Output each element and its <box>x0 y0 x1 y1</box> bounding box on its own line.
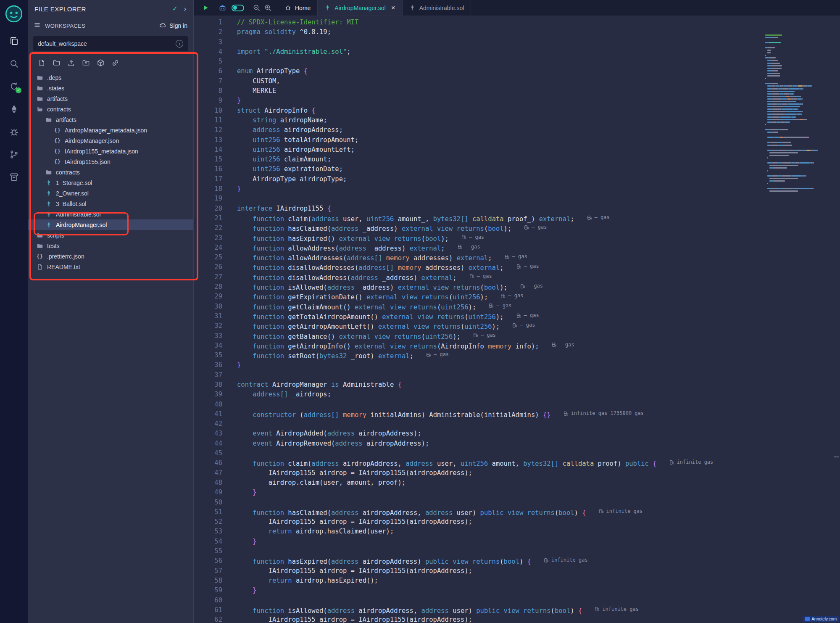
code-line[interactable]: 18} <box>194 184 840 194</box>
remix-logo[interactable] <box>4 4 24 24</box>
publish-ipfs-icon[interactable] <box>97 59 105 67</box>
code-line[interactable]: 20interface IAirdrop1155 { <box>194 204 840 214</box>
code-line[interactable]: 8 MERKLE <box>194 86 840 96</box>
close-tab-icon[interactable]: × <box>391 4 395 11</box>
workspace-options-icon[interactable]: + <box>176 40 183 48</box>
code-line[interactable]: 10struct AirdropInfo { <box>194 106 840 116</box>
code-line[interactable]: 21 function claim(address user, uint256 … <box>194 214 840 223</box>
search-icon[interactable] <box>0 52 28 75</box>
code-line[interactable]: 45 <box>194 449 840 458</box>
code-line[interactable]: 49 } <box>194 488 840 497</box>
sign-in-button[interactable]: Sign in <box>159 21 187 30</box>
code-line[interactable]: 14 uint256 airdropAmountLeft; <box>194 145 840 155</box>
plugin-manager-icon[interactable] <box>0 166 28 188</box>
run-script-button[interactable] <box>202 4 209 11</box>
code-line[interactable]: 28 function isAllowed(address _address) … <box>194 282 840 292</box>
tree-item-airdropmanager-json[interactable]: {}AirdropManager.json <box>28 135 193 146</box>
code-line[interactable]: 34 function getAirdropInfo() external vi… <box>194 341 840 351</box>
code-line[interactable]: 59 } <box>194 586 840 595</box>
code-line[interactable]: 50 <box>194 498 840 507</box>
file-explorer-icon[interactable] <box>0 29 28 52</box>
code-line[interactable]: 7 CUSTOM, <box>194 77 840 86</box>
code-line[interactable]: 1// SPDX-License-Identifier: MIT <box>194 18 840 27</box>
code-line[interactable]: 33 function getBalance() external view r… <box>194 331 840 341</box>
code-line[interactable]: 36} <box>194 360 840 370</box>
code-line[interactable]: 12 address airdropAddress; <box>194 125 840 135</box>
code-line[interactable]: 11 string airdropName; <box>194 116 840 125</box>
tab-home[interactable]: Home <box>278 0 318 16</box>
tree-item-3-ballot-sol[interactable]: 3_Ballot.sol <box>28 198 193 209</box>
git-icon[interactable] <box>0 143 28 166</box>
create-file-icon[interactable] <box>38 59 46 67</box>
code-line[interactable]: 15 uint256 claimAmount; <box>194 155 840 164</box>
code-line[interactable]: 29 function getExpirationDate() external… <box>194 292 840 301</box>
code-line[interactable]: 13 uint256 totalAirdropAmount; <box>194 135 840 145</box>
tree-item-2-owner-sol[interactable]: 2_Owner.sol <box>28 188 193 198</box>
code-line[interactable]: 37 <box>194 370 840 380</box>
tree-item-tests[interactable]: tests <box>28 240 193 251</box>
code-line[interactable]: 51 function hasClaimed(address airdropAd… <box>194 507 840 517</box>
code-line[interactable]: 3 <box>194 37 840 47</box>
tree-item-iairdrop1155-metadata-json[interactable]: {}IAirdrop1155_metadata.json <box>28 146 193 156</box>
tree-item-scripts[interactable]: scripts <box>28 230 193 240</box>
tree-item--states[interactable]: .states <box>28 83 193 93</box>
tree-item-contracts[interactable]: contracts <box>28 104 193 114</box>
code-line[interactable]: 6enum AirdropType { <box>194 66 840 76</box>
tree-item-administrable-sol[interactable]: Administrable.sol <box>28 209 193 219</box>
code-line[interactable]: 25 function allowAddresses(address[] mem… <box>194 253 840 262</box>
code-line[interactable]: 17 AirdropType airdropType; <box>194 174 840 184</box>
solidity-compiler-icon[interactable]: ✓ <box>0 75 28 98</box>
tree-item-artifacts[interactable]: artifacts <box>28 114 193 125</box>
code-line[interactable]: 52 IAirdrop1155 airdrop = IAirdrop1155(a… <box>194 517 840 527</box>
debugger-icon[interactable] <box>0 120 28 143</box>
code-line[interactable]: 2pragma solidity ^0.8.19; <box>194 27 840 37</box>
upload-folder-icon[interactable] <box>82 59 90 67</box>
publish-gist-icon[interactable] <box>111 59 120 67</box>
ai-assistant-icon[interactable] <box>219 4 226 12</box>
code-line[interactable]: 9} <box>194 96 840 106</box>
tree-item-iairdrop1155-json[interactable]: {}IAirdrop1155.json <box>28 156 193 167</box>
tab-airdropmanager-sol[interactable]: AirdropManager.sol× <box>317 0 402 16</box>
code-line[interactable]: 4import "./Administrable.sol"; <box>194 47 840 57</box>
tree-item-readme-txt[interactable]: README.txt <box>28 261 193 272</box>
code-line[interactable]: 23 function hasExpired() external view r… <box>194 233 840 243</box>
code-line[interactable]: 47 IAirdrop1155 airdrop = IAirdrop1155(a… <box>194 468 840 478</box>
tree-item--deps[interactable]: .deps <box>28 72 193 83</box>
code-line[interactable]: 40 <box>194 400 840 409</box>
zoom-out-icon[interactable] <box>253 4 261 12</box>
code-line[interactable]: 56 function hasExpired(address airdropAd… <box>194 556 840 566</box>
copilot-toggle[interactable] <box>232 5 244 11</box>
code-line[interactable]: 19 <box>194 194 840 203</box>
code-line[interactable]: 35 function setRoot(bytes32 _root) exter… <box>194 351 840 360</box>
code-line[interactable]: 5 <box>194 57 840 66</box>
create-folder-icon[interactable] <box>53 59 61 67</box>
code-line[interactable]: 42 <box>194 419 840 429</box>
code-line[interactable]: 61 function isAllowed(address airdropAdd… <box>194 605 840 615</box>
code-editor[interactable]: 1// SPDX-License-Identifier: MIT2pragma … <box>194 16 840 623</box>
code-line[interactable]: 43 event AirdropAdded(address airdropAdd… <box>194 429 840 438</box>
code-line[interactable]: 57 IAirdrop1155 airdrop = IAirdrop1155(a… <box>194 566 840 576</box>
tree-item-1-storage-sol[interactable]: 1_Storage.sol <box>28 177 193 188</box>
tab-administrable-sol[interactable]: Administrable.sol <box>402 0 471 16</box>
code-line[interactable]: 46 function claim(address airdropAddress… <box>194 458 840 468</box>
deploy-run-icon[interactable] <box>0 98 28 120</box>
zoom-in-icon[interactable] <box>264 4 272 12</box>
code-line[interactable]: 58 return airdrop.hasExpired(); <box>194 576 840 586</box>
tree-item-artifacts[interactable]: artifacts <box>28 93 193 104</box>
minimap[interactable] <box>765 34 818 193</box>
code-line[interactable]: 53 return airdrop.hasClaimed(user); <box>194 527 840 536</box>
code-line[interactable]: 39 address[] _airdrops; <box>194 390 840 399</box>
code-line[interactable]: 44 event AirdropRemoved(address airdropA… <box>194 439 840 449</box>
hamburger-menu-icon[interactable] <box>34 21 41 30</box>
code-line[interactable]: 38contract AirdropManager is Administrab… <box>194 380 840 390</box>
code-line[interactable]: 16 uint256 expirationDate; <box>194 164 840 174</box>
code-line[interactable]: 60 <box>194 596 840 605</box>
workspace-selector[interactable]: default_workspace + <box>33 36 188 51</box>
tree-item--prettierrc-json[interactable]: {}.prettierrc.json <box>28 251 193 261</box>
code-line[interactable]: 54 } <box>194 537 840 546</box>
code-line[interactable]: 22 function hasClaimed(address _address)… <box>194 223 840 233</box>
code-line[interactable]: 55 <box>194 546 840 556</box>
tree-item-airdropmanager-sol[interactable]: AirdropManager.sol <box>28 219 193 230</box>
upload-file-icon[interactable] <box>67 59 76 67</box>
code-line[interactable]: 31 function getTotalAirdropAmount() exte… <box>194 312 840 321</box>
